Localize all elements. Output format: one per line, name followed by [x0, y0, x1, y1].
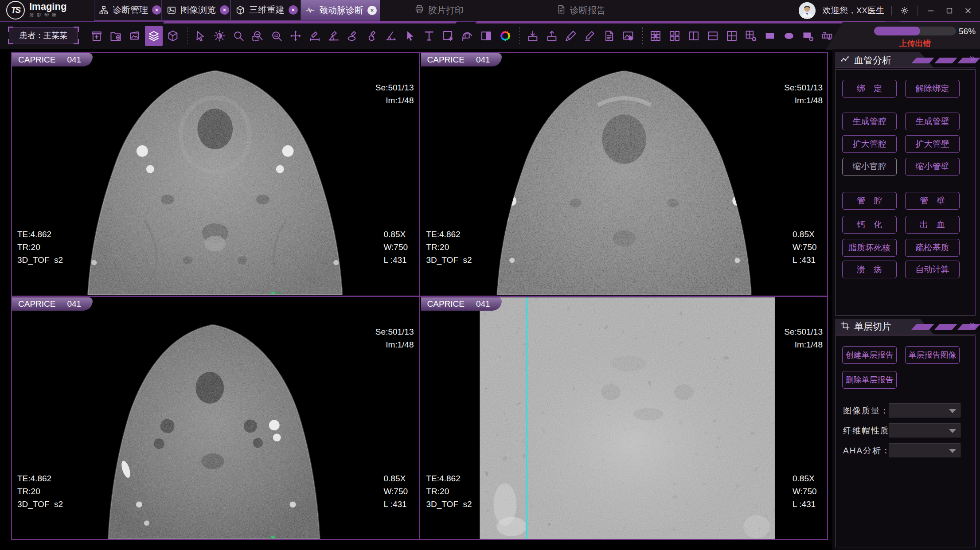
upload-icon[interactable] [543, 26, 561, 46]
tab-close-icon[interactable] [152, 5, 161, 15]
generate-wall-button[interactable]: 生成管壁 [905, 113, 960, 130]
vessel-analysis-header[interactable]: 血管分析 [835, 52, 976, 68]
grid-quad-icon[interactable] [666, 26, 683, 46]
app-logo: TS Imaging 清影华康 [6, 1, 66, 20]
zoom-region-icon[interactable] [249, 26, 266, 46]
ulcer-button[interactable]: 溃 疡 [842, 261, 897, 278]
viewport-quadrant-1[interactable]: CAPRICE041 Se:501/13Im:1/48 TE:4.862TR:2… [12, 53, 418, 295]
expand-lumen-button[interactable]: 扩大管腔 [842, 135, 897, 153]
aha-analysis-select[interactable] [889, 443, 960, 457]
wall-button[interactable]: 管 壁 [905, 192, 960, 210]
generate-lumen-button[interactable]: 生成管腔 [842, 113, 897, 130]
grid-3x3-icon[interactable] [647, 26, 664, 46]
user-avatar[interactable] [799, 2, 816, 19]
upload-error-text: 上传出错 [874, 38, 956, 49]
printer-icon [414, 4, 424, 16]
pointer-icon[interactable] [191, 26, 209, 46]
tab-3d-reconstruction[interactable]: 三维重建 [230, 0, 301, 20]
fibrous-cap-select[interactable] [889, 423, 960, 437]
tab-image-browse[interactable]: 图像浏览 [162, 0, 230, 20]
brand-logo-icon: TS [6, 1, 25, 20]
measure-length-icon[interactable] [306, 26, 324, 46]
shrink-wall-button[interactable]: 缩小管壁 [905, 158, 960, 176]
single-slice-header[interactable]: 单层切片 [835, 319, 976, 335]
minimize-button[interactable] [925, 5, 937, 16]
brush-icon[interactable] [562, 26, 580, 46]
collapse-chevrons-icon[interactable] [968, 321, 976, 331]
tab-close-icon[interactable] [367, 6, 377, 15]
rect-shape-icon[interactable] [761, 26, 779, 46]
snapshot-icon[interactable] [619, 26, 637, 46]
bind-button[interactable]: 绑 定 [842, 80, 897, 98]
viewport-quadrant-2[interactable]: CAPRICE041 Se:501/13Im:1/48 TE:4.862TR:2… [421, 53, 828, 295]
expand-wall-button[interactable]: 扩大管壁 [905, 135, 960, 153]
patient-name-field[interactable]: 患者：王某某 [9, 27, 78, 43]
pan-icon[interactable] [287, 26, 305, 46]
collapse-chevrons-icon[interactable] [968, 55, 976, 65]
image-icon [167, 5, 176, 16]
split-v-icon[interactable] [685, 26, 703, 46]
create-slice-report-button[interactable]: 创建单层报告 [842, 346, 897, 364]
split-h-icon[interactable] [704, 26, 722, 46]
tab-close-icon[interactable] [220, 5, 229, 15]
toolbar: 患者：王某某 x2 56% 上传出错 [0, 21, 980, 49]
viewport-quadrant-4[interactable]: CAPRICE041 Se:501/13Im:1/48 TE:4.862TR:2… [421, 297, 828, 539]
viewport-quadrant-3[interactable]: CAPRICE041 Se:501/13Im:1/48 TE:4.862TR:2… [12, 297, 418, 539]
zoom-2x-icon[interactable]: x2 [268, 26, 285, 46]
brightness-icon[interactable] [211, 26, 228, 46]
arrow-annotate-icon[interactable] [401, 26, 419, 46]
download-icon[interactable] [524, 26, 542, 46]
close-button[interactable] [962, 5, 974, 16]
rotate-view-icon[interactable] [458, 26, 476, 46]
toolbar-divider [187, 27, 187, 44]
title-bar: TS Imaging 清影华康 诊断管理 图像浏览 三维重建 颈动脉诊断 [0, 0, 980, 21]
text-tool-icon[interactable] [420, 26, 438, 46]
archive-add-icon[interactable] [88, 26, 105, 46]
gallery-icon[interactable] [126, 26, 144, 46]
aha-analysis-label: AHA分析： [843, 445, 891, 456]
menu-diagnosis-report[interactable]: 诊断报告 [556, 0, 605, 20]
brand-name: Imaging [29, 2, 66, 11]
menu-film-print[interactable]: 胶片打印 [414, 0, 464, 20]
tab-carotid-diagnosis[interactable]: 颈动脉诊断 [301, 0, 380, 20]
pen-line-icon[interactable] [581, 26, 599, 46]
cube3d-icon[interactable] [164, 26, 182, 46]
mri-slice-image [421, 53, 828, 295]
settings-gear-icon[interactable] [899, 5, 910, 16]
grid-2x2-x-icon[interactable] [742, 26, 760, 46]
image-quality-select[interactable] [889, 403, 960, 417]
slice-report-image-button[interactable]: 单层报告图像 [905, 346, 960, 364]
lipid-necrotic-core-button[interactable]: 脂质坏死核 [842, 239, 897, 257]
measure-polygon-icon[interactable] [363, 26, 381, 46]
calcification-button[interactable]: 钙 化 [842, 216, 897, 234]
window-level-info: 0.85XW:750L :431 [384, 202, 412, 292]
roi-add-icon[interactable] [439, 26, 457, 46]
invert-icon[interactable] [477, 26, 495, 46]
color-wheel-icon[interactable] [496, 26, 514, 46]
ellipse-shape-icon[interactable] [780, 26, 798, 46]
lumen-button[interactable]: 管 腔 [842, 192, 897, 210]
angle-tool-icon[interactable] [382, 26, 400, 46]
dropdown-arrow-icon [949, 409, 956, 413]
unbind-button[interactable]: 解除绑定 [905, 80, 960, 98]
shrink-lumen-button[interactable]: 缩小官腔 [842, 158, 897, 176]
folder-add-icon[interactable] [107, 26, 125, 46]
report-add-icon[interactable] [600, 26, 618, 46]
maximize-button[interactable] [944, 5, 955, 16]
tab-diagnosis-management[interactable]: 诊断管理 [94, 0, 162, 20]
waveform-icon [305, 5, 315, 16]
measure-ellipse-icon[interactable] [344, 26, 362, 46]
hemorrhage-button[interactable]: 出 血 [905, 216, 960, 234]
tab-close-icon[interactable] [289, 5, 298, 15]
rect-remove-icon[interactable] [799, 26, 817, 46]
window-level-info: 0.85XW:750L :431 [793, 202, 821, 292]
zoom-icon[interactable] [230, 26, 247, 46]
toolbar-divider [642, 27, 643, 44]
measure-angle-icon[interactable] [325, 26, 343, 46]
layers-icon[interactable] [145, 26, 163, 46]
auto-calculate-button[interactable]: 自动计算 [905, 261, 960, 278]
loose-matrix-button[interactable]: 疏松基质 [905, 239, 960, 257]
right-sidebar: 血管分析 绑 定解除绑定生成管腔生成管壁扩大管腔扩大管壁缩小官腔缩小管壁管 腔管… [832, 49, 980, 550]
delete-slice-report-button[interactable]: 删除单层报告 [842, 371, 897, 389]
grid-2x2-icon[interactable] [723, 26, 741, 46]
